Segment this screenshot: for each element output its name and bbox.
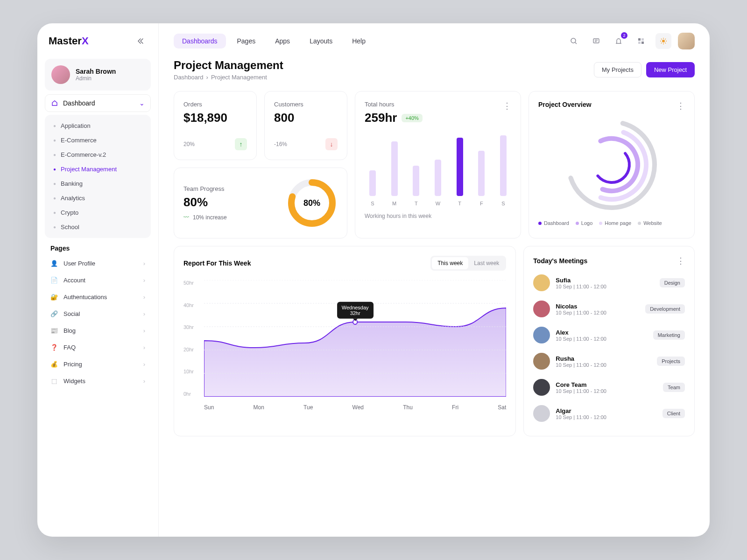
sidebar-item-blog[interactable]: 📰Blog› <box>45 322 151 339</box>
sidebar-item-authentucations[interactable]: 🔐Authentucations› <box>45 288 151 305</box>
more-menu-button[interactable]: ⋮ <box>503 101 511 111</box>
bar-S: S <box>366 170 379 206</box>
menu-icon: 🔗 <box>50 310 58 317</box>
avatar <box>51 65 70 84</box>
report-range-toggle[interactable]: This week Last week <box>430 256 506 271</box>
chevron-right-icon: › <box>143 260 145 267</box>
menu-icon: 🔐 <box>50 293 58 301</box>
chevron-right-icon: › <box>143 310 145 317</box>
avatar <box>533 405 550 422</box>
meeting-row[interactable]: Sufia10 Sep | 11:00 - 12:00Design <box>533 270 685 296</box>
chevron-right-icon: › <box>206 74 208 81</box>
sidebar-item-application[interactable]: ●Application <box>45 119 151 133</box>
team-donut-chart: 80% <box>286 177 338 229</box>
menu-icon: 📄 <box>50 276 58 284</box>
legend-item: Home page <box>599 220 631 226</box>
sidebar-item-faq[interactable]: ❓FAQ› <box>45 339 151 356</box>
menu-icon: 📰 <box>50 327 58 334</box>
svg-rect-3 <box>641 38 644 41</box>
sidebar-item-widgets[interactable]: ⬚Widgets› <box>45 372 151 389</box>
sidebar-item-project-management[interactable]: ●Project Management <box>45 162 151 176</box>
topbar: DashboardsPagesAppsLayoutsHelp 2 <box>159 23 710 59</box>
message-icon <box>592 37 600 45</box>
search-button[interactable] <box>566 33 582 49</box>
avatar <box>533 274 550 291</box>
svg-rect-4 <box>638 42 641 44</box>
bell-icon <box>615 37 622 45</box>
bar-T: T <box>454 138 466 206</box>
chevron-right-icon: › <box>143 361 145 368</box>
chevron-right-icon: › <box>143 378 145 385</box>
meetings-card: Today's Meetings ⋮ Sufia10 Sep | 11:00 -… <box>523 246 695 436</box>
bar-S: S <box>497 135 509 206</box>
sidebar-item-user-profile[interactable]: 👤User Profile› <box>45 255 151 272</box>
chevron-right-icon: › <box>143 294 145 301</box>
trend-up-icon: 〰 <box>183 214 189 221</box>
meeting-row[interactable]: Alex10 Sep | 11:00 - 12:00Marketing <box>533 322 685 348</box>
sidebar-item-banking[interactable]: ●Banking <box>45 176 151 191</box>
chevron-right-icon: › <box>143 327 145 334</box>
meeting-tag: Projects <box>657 357 685 366</box>
dashboard-submenu: ●Application●E-Commerce●E-Commerce-v.2●P… <box>45 115 151 238</box>
meeting-row[interactable]: Algar10 Sep | 11:00 - 12:00Client <box>533 400 685 427</box>
more-menu-button[interactable]: ⋮ <box>677 256 685 266</box>
tab-apps[interactable]: Apps <box>267 34 298 49</box>
theme-toggle-button[interactable] <box>655 33 671 49</box>
avatar <box>533 379 550 396</box>
my-projects-button[interactable]: My Projects <box>594 62 641 77</box>
user-card[interactable]: Sarah Brown Admin <box>45 59 151 91</box>
sun-icon <box>660 37 667 45</box>
meeting-tag: Design <box>660 278 685 287</box>
sidebar-item-crypto[interactable]: ●Crypto <box>45 205 151 220</box>
sidebar-item-school[interactable]: ●School <box>45 220 151 234</box>
notif-badge: 2 <box>621 32 627 39</box>
chevron-right-icon: › <box>143 277 145 284</box>
profile-avatar[interactable] <box>678 33 695 49</box>
legend-item: Website <box>638 220 662 226</box>
chevron-right-icon: › <box>143 344 145 351</box>
meeting-tag: Client <box>662 409 685 418</box>
sidebar-item-e-commerce-v-2[interactable]: ●E-Commerce-v.2 <box>45 147 151 162</box>
avatar <box>533 327 550 343</box>
tab-pages[interactable]: Pages <box>229 34 264 49</box>
svg-point-6 <box>662 40 665 42</box>
orders-card: Orders $18,890 20% ↑ <box>174 91 257 160</box>
legend-item: Logo <box>576 220 592 226</box>
sidebar-item-social[interactable]: 🔗Social› <box>45 305 151 322</box>
notifications-button[interactable]: 2 <box>611 33 627 49</box>
project-overview-card: Project Overview ⋮ DashboardLogoHome pag… <box>529 91 695 238</box>
sidebar-item-pricing[interactable]: 💰Pricing› <box>45 356 151 372</box>
pages-section-title: Pages <box>45 238 151 255</box>
svg-rect-2 <box>638 38 641 41</box>
bar-W: W <box>432 160 444 206</box>
meeting-row[interactable]: Core Team10 Sep | 11:00 - 12:00Team <box>533 374 685 400</box>
tab-dashboards[interactable]: Dashboards <box>174 34 226 49</box>
nav-dashboard[interactable]: Dashboard ⌄ <box>45 94 151 112</box>
collapse-sidebar-button[interactable] <box>134 35 147 48</box>
customers-card: Customers 800 -16% ↓ <box>264 91 347 160</box>
report-area-chart: 50hr40hr30hr20hr10hr0hr Wednesday 32hr <box>183 280 506 411</box>
more-menu-button[interactable]: ⋮ <box>677 101 685 111</box>
messages-button[interactable] <box>588 33 604 49</box>
meeting-row[interactable]: Rusha10 Sep | 11:00 - 12:00Projects <box>533 348 685 374</box>
apps-button[interactable] <box>633 33 649 49</box>
meeting-tag: Development <box>645 304 685 314</box>
avatar <box>533 301 550 317</box>
sidebar-item-e-commerce[interactable]: ●E-Commerce <box>45 133 151 147</box>
overview-radial-chart <box>538 116 685 214</box>
sidebar-item-analytics[interactable]: ●Analytics <box>45 191 151 205</box>
tab-help[interactable]: Help <box>344 34 374 49</box>
new-project-button[interactable]: New Project <box>646 62 695 77</box>
bar-M: M <box>388 141 401 206</box>
tab-layouts[interactable]: Layouts <box>301 34 341 49</box>
total-hours-card: Total hours 259hr +40% ⋮ SMTWTFS Working… <box>355 91 521 238</box>
chevron-left-double-icon <box>137 37 144 45</box>
chevron-down-icon: ⌄ <box>139 99 145 107</box>
grid-icon <box>637 37 645 45</box>
sidebar-item-account[interactable]: 📄Account› <box>45 272 151 288</box>
chart-tooltip: Wednesday 32hr <box>337 302 374 319</box>
menu-icon: 💰 <box>50 360 58 368</box>
search-icon <box>570 37 578 45</box>
meeting-row[interactable]: Nicolas10 Sep | 11:00 - 12:00Development <box>533 296 685 322</box>
breadcrumb: Dashboard › Project Management <box>174 74 283 81</box>
